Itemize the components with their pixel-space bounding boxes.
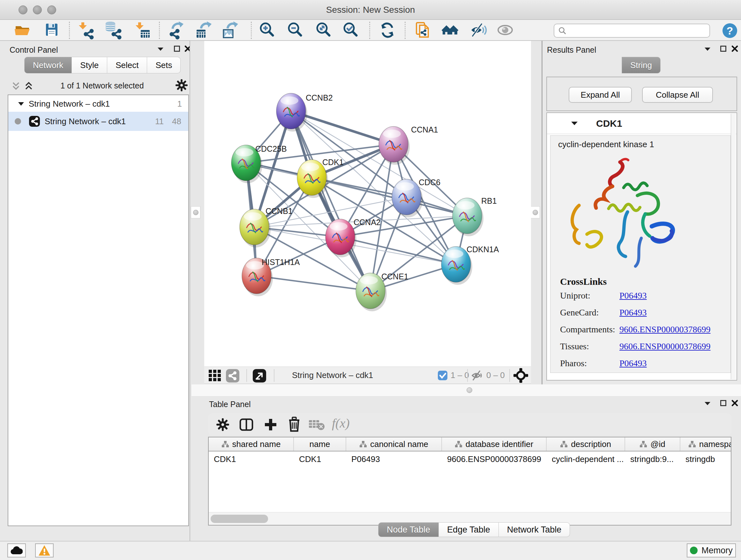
tab-node-table[interactable]: Node Table [378,522,439,537]
help-icon[interactable]: ? [721,22,739,41]
gene-collapse-icon[interactable] [570,121,578,126]
open-in-new-window-icon[interactable] [252,368,267,383]
network-node-CDC6[interactable]: CDC6 [392,178,441,217]
search-input[interactable] [554,23,710,38]
cell-canonical-name[interactable]: P06493 [346,452,442,466]
column-header-namespace[interactable]: namespace [680,437,731,451]
collection-expand-icon[interactable] [18,102,24,106]
compartments-link[interactable]: 9606.ENSP00000378699 [619,324,711,334]
collapse-all-button[interactable]: Collapse All [642,87,713,103]
expand-all-networks-icon[interactable] [24,80,33,91]
network-edge-HIST1H1A-CCNE1[interactable] [257,276,370,291]
zoom-fit-icon[interactable] [315,21,333,40]
network-options-gear-icon[interactable] [175,78,188,92]
expand-all-button[interactable]: Expand All [569,87,632,103]
delete-table-icon[interactable] [308,419,325,431]
cell-description[interactable]: cyclin-dependent ... [547,452,625,466]
delete-column-trash-icon[interactable] [286,416,302,432]
genecard-link[interactable]: P06493 [619,307,647,318]
left-splitter-handle[interactable] [191,206,200,219]
cell-id[interactable]: stringdb:9... [625,452,680,466]
add-column-icon[interactable] [263,417,278,432]
show-columns-icon[interactable] [239,417,254,432]
horizontal-splitter-handle[interactable] [467,387,472,393]
tab-style[interactable]: Style [72,57,107,73]
zoom-out-icon[interactable] [286,21,304,40]
tissues-link[interactable]: 9606.ENSP00000378699 [619,341,711,352]
save-session-icon[interactable] [43,21,61,40]
table-panel-maximize-icon[interactable] [720,400,727,407]
tab-network-table[interactable]: Network Table [499,522,570,537]
control-panel-maximize-icon[interactable] [174,45,180,52]
import-table-icon[interactable] [134,21,151,40]
network-node-label: CDC25B [255,144,287,153]
home-network-icon[interactable] [442,21,460,40]
network-node-CCNB2[interactable]: CCNB2 [276,93,333,132]
export-network-icon[interactable] [168,21,186,40]
refresh-icon[interactable] [379,21,396,40]
memory-button[interactable]: Memory [687,543,736,557]
cell-name[interactable]: CDK1 [294,452,346,466]
selected-checkbox-icon[interactable] [438,371,448,380]
column-header-name[interactable]: name [294,437,346,451]
network-row-selected[interactable]: String Network – cdk1 11 48 [8,112,188,131]
shared-column-icon [359,441,367,448]
network-node-RB1[interactable]: RB1 [453,196,497,236]
uniprot-link[interactable]: P06493 [619,291,647,301]
results-scrollbar[interactable] [731,114,736,379]
network-collection-row[interactable]: String Network – cdk1 1 [8,96,188,112]
gene-section-header[interactable]: CDK1 [547,113,737,134]
zoom-selected-icon[interactable] [342,21,360,40]
cell-database-identifier[interactable]: 9606.ENSP00000378699 [442,452,547,466]
grid-view-icon[interactable] [208,369,221,382]
birds-eye-view-icon[interactable] [513,368,529,383]
import-network-from-database-icon[interactable] [105,21,122,40]
warnings-button[interactable] [35,543,54,557]
network-node-CDKN1A[interactable]: CDKN1A [441,245,499,285]
open-session-icon[interactable] [13,21,31,40]
horizontal-splitter[interactable] [192,384,741,396]
share-view-icon[interactable] [225,368,240,383]
export-table-icon[interactable] [195,21,213,40]
import-network-icon[interactable] [77,21,95,40]
column-header-description[interactable]: description [547,437,625,451]
table-panel-float-icon[interactable] [704,401,711,406]
network-edge-CCNB2-CCNE1[interactable] [291,111,370,291]
share-clipboard-icon[interactable] [414,21,432,40]
hide-unhide-icon[interactable] [470,21,488,40]
tab-select[interactable]: Select [107,57,147,73]
network-canvas[interactable]: CCNB2CCNA1CDC25BCDK1CDC6RB1CCNB1CCNA2CDK… [204,41,531,367]
hidden-eye-slash-icon[interactable] [471,370,484,381]
table-row[interactable]: CDK1 CDK1 P06493 9606.ENSP00000378699 cy… [209,452,731,466]
pharos-link[interactable]: P06493 [619,358,647,368]
network-node-CDC25B[interactable]: CDC25B [231,144,287,183]
zoom-in-icon[interactable] [258,21,276,40]
collapse-all-networks-icon[interactable] [11,80,20,91]
network-node-HIST1H1A[interactable]: HIST1H1A [242,258,300,296]
svg-text:?: ? [727,24,733,37]
cell-shared-name[interactable]: CDK1 [209,452,294,466]
function-builder-icon[interactable]: f(x) [332,416,350,431]
results-panel-float-icon[interactable] [704,47,711,51]
export-image-icon[interactable] [222,21,240,40]
table-panel-close-icon[interactable] [731,400,738,407]
column-header-shared-name[interactable]: shared name [209,437,294,451]
network-node-CCNE1[interactable]: CCNE1 [356,272,408,311]
network-label: String Network – cdk1 [45,117,126,126]
cell-namespace[interactable]: stringdb [680,452,731,466]
right-splitter-handle[interactable] [530,206,540,219]
tab-edge-table[interactable]: Edge Table [439,522,499,537]
results-panel-close-icon[interactable] [731,45,738,52]
tab-sets[interactable]: Sets [147,57,181,73]
tab-string[interactable]: String [622,57,661,73]
scrollbar-thumb[interactable] [211,515,268,523]
column-header-database-identifier[interactable]: database identifier [442,437,547,451]
column-header-id[interactable]: @id [625,437,680,451]
preview-icon[interactable] [496,21,514,40]
column-header-canonical-name[interactable]: canonical name [346,437,442,451]
tab-network[interactable]: Network [24,57,72,73]
control-panel-float-icon[interactable] [157,47,164,51]
results-panel-maximize-icon[interactable] [720,45,727,52]
cloud-sync-button[interactable] [7,543,26,557]
table-settings-gear-icon[interactable] [216,418,230,432]
